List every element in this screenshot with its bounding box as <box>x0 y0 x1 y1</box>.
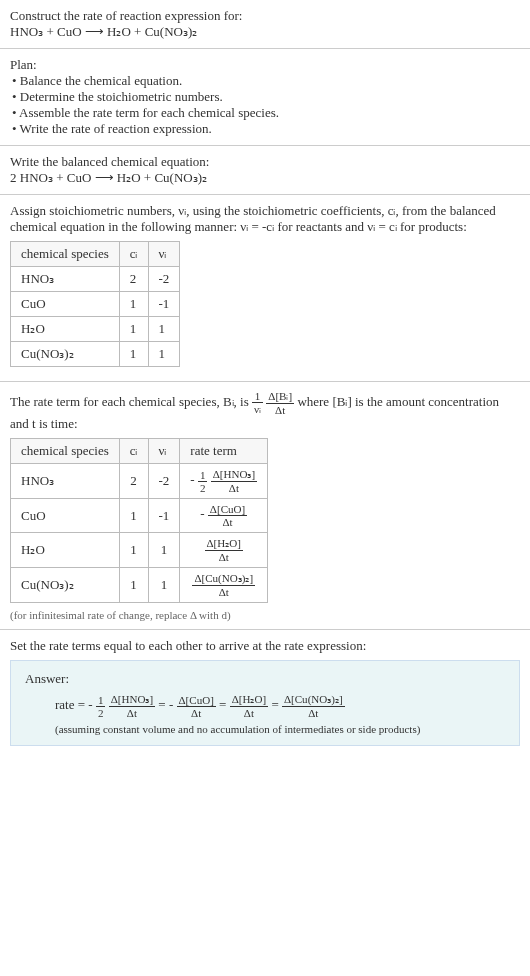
col-ci: cᵢ <box>119 242 148 267</box>
table-row: Cu(NO₃)₂11 <box>11 342 180 367</box>
cell-species: HNO₃ <box>11 464 120 499</box>
table-row: Cu(NO₃)₂ 1 1 Δ[Cu(NO₃)₂]Δt <box>11 568 268 603</box>
table-row: HNO₃ 2 -2 - 12 Δ[HNO₃]Δt <box>11 464 268 499</box>
construct-prompt: Construct the rate of reaction expressio… <box>10 8 520 24</box>
stoich-intro: Assign stoichiometric numbers, νᵢ, using… <box>10 203 520 235</box>
cell-c: 2 <box>119 464 148 499</box>
balanced-block: Write the balanced chemical equation: 2 … <box>0 146 530 194</box>
frac-one-over-vi: 1νᵢ <box>252 390 263 416</box>
plan-block: Plan: • Balance the chemical equation. •… <box>0 49 530 145</box>
stoich-block: Assign stoichiometric numbers, νᵢ, using… <box>0 195 530 381</box>
cell-species: HNO₃ <box>11 267 120 292</box>
cell-species: CuO <box>11 292 120 317</box>
table-row: CuO 1 -1 - Δ[CuO]Δt <box>11 499 268 533</box>
plan-title: Plan: <box>10 57 520 73</box>
col-ci: cᵢ <box>119 439 148 464</box>
rateterm-intro-a: The rate term for each chemical species,… <box>10 394 252 409</box>
plan-item: • Write the rate of reaction expression. <box>12 121 520 137</box>
rate-prefix: rate = <box>55 697 88 712</box>
table-header-row: chemical species cᵢ νᵢ rate term <box>11 439 268 464</box>
cell-rate: Δ[H₂O]Δt <box>180 533 268 568</box>
cell-species: H₂O <box>11 317 120 342</box>
table-row: CuO1-1 <box>11 292 180 317</box>
rate-expression: rate = - 12 Δ[HNO₃]Δt = - Δ[CuO]Δt = Δ[H… <box>55 693 505 719</box>
cell-v: -1 <box>148 292 180 317</box>
cell-v: -2 <box>148 267 180 292</box>
cell-c: 2 <box>119 267 148 292</box>
table-header-row: chemical species cᵢ νᵢ <box>11 242 180 267</box>
answer-label: Answer: <box>25 671 505 687</box>
answer-box: Answer: rate = - 12 Δ[HNO₃]Δt = - Δ[CuO]… <box>10 660 520 746</box>
cell-c: 1 <box>119 568 148 603</box>
table-row: H₂O 1 1 Δ[H₂O]Δt <box>11 533 268 568</box>
frac-dbi-dt: Δ[Bᵢ]Δt <box>266 390 294 416</box>
cell-c: 1 <box>119 499 148 533</box>
balanced-equation: 2 HNO₃ + CuO ⟶ H₂O + Cu(NO₃)₂ <box>10 170 520 186</box>
cell-v: 1 <box>148 342 180 367</box>
cell-v: 1 <box>148 317 180 342</box>
balanced-title: Write the balanced chemical equation: <box>10 154 520 170</box>
rateterm-table: chemical species cᵢ νᵢ rate term HNO₃ 2 … <box>10 438 268 603</box>
final-title: Set the rate terms equal to each other t… <box>10 638 520 654</box>
cell-v: 1 <box>148 568 180 603</box>
cell-rate: - Δ[CuO]Δt <box>180 499 268 533</box>
cell-v: -1 <box>148 499 180 533</box>
header-block: Construct the rate of reaction expressio… <box>0 0 530 48</box>
rateterm-block: The rate term for each chemical species,… <box>0 382 530 629</box>
cell-c: 1 <box>119 292 148 317</box>
cell-species: CuO <box>11 499 120 533</box>
cell-c: 1 <box>119 317 148 342</box>
col-species: chemical species <box>11 242 120 267</box>
plan-item: • Balance the chemical equation. <box>12 73 520 89</box>
table-row: HNO₃2-2 <box>11 267 180 292</box>
final-block: Set the rate terms equal to each other t… <box>0 630 530 754</box>
assumption-note: (assuming constant volume and no accumul… <box>55 723 505 735</box>
cell-species: H₂O <box>11 533 120 568</box>
cell-species: Cu(NO₃)₂ <box>11 342 120 367</box>
cell-rate: - 12 Δ[HNO₃]Δt <box>180 464 268 499</box>
col-vi: νᵢ <box>148 439 180 464</box>
stoich-table: chemical species cᵢ νᵢ HNO₃2-2 CuO1-1 H₂… <box>10 241 180 367</box>
cell-c: 1 <box>119 533 148 568</box>
rateterm-intro: The rate term for each chemical species,… <box>10 390 520 432</box>
table-row: H₂O11 <box>11 317 180 342</box>
unbalanced-equation: HNO₃ + CuO ⟶ H₂O + Cu(NO₃)₂ <box>10 24 520 40</box>
col-rate: rate term <box>180 439 268 464</box>
col-vi: νᵢ <box>148 242 180 267</box>
col-species: chemical species <box>11 439 120 464</box>
plan-item: • Determine the stoichiometric numbers. <box>12 89 520 105</box>
cell-rate: Δ[Cu(NO₃)₂]Δt <box>180 568 268 603</box>
cell-v: -2 <box>148 464 180 499</box>
cell-species: Cu(NO₃)₂ <box>11 568 120 603</box>
cell-c: 1 <box>119 342 148 367</box>
cell-v: 1 <box>148 533 180 568</box>
plan-item: • Assemble the rate term for each chemic… <box>12 105 520 121</box>
infinitesimal-note: (for infinitesimal rate of change, repla… <box>10 609 520 621</box>
